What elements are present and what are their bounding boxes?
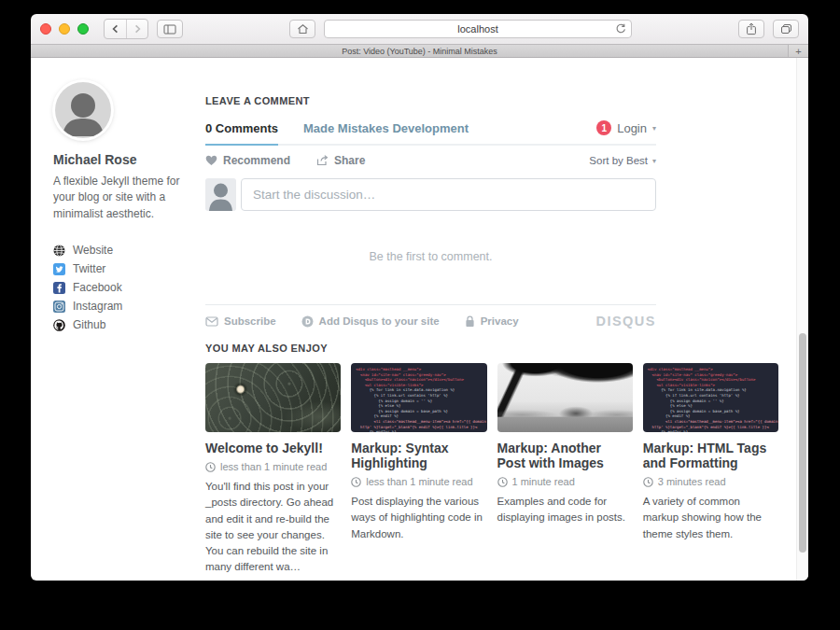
footer-item-label: Add Disqus to your site — [319, 315, 440, 327]
new-tab-button[interactable]: + — [788, 45, 808, 57]
reload-button[interactable] — [615, 23, 626, 36]
read-time-label: less than 1 minute read — [366, 476, 472, 487]
clock-icon — [497, 477, 508, 487]
share-button[interactable] — [738, 20, 764, 38]
commenter-avatar — [205, 178, 236, 211]
post-title[interactable]: Markup: Another Post with Images — [497, 441, 633, 470]
sidebar-links: WebsiteTwitterFacebookInstagramGithub — [53, 241, 195, 334]
share-icon — [746, 22, 757, 35]
page-content: Michael Rose A flexible Jekyll theme for… — [31, 58, 808, 581]
login-label: Login — [617, 121, 647, 135]
post-teaser-image-code: <div class="masthead __menu"> <nav id="s… — [643, 363, 778, 432]
related-post-card[interactable]: Markup: Another Post with Images1 minute… — [497, 363, 633, 576]
chevron-left-icon — [111, 24, 120, 34]
sidebar-item-facebook[interactable]: Facebook — [53, 278, 195, 297]
footer-item-label: Privacy — [481, 315, 519, 327]
sidebar-item-twitter[interactable]: Twitter — [53, 259, 195, 278]
clock-icon — [351, 477, 361, 487]
post-teaser-image-fog — [497, 363, 633, 432]
read-time-label: 1 minute read — [512, 476, 575, 487]
minimize-window-button[interactable] — [59, 23, 70, 35]
github-icon — [53, 319, 65, 331]
tab-bar: Post: Video (YouTube) - Minimal Mistakes… — [31, 45, 808, 58]
author-bio: A flexible Jekyll theme for your blog or… — [53, 174, 186, 222]
comments-section: LEAVE A COMMENT 0 Comments Made Mistakes… — [205, 95, 656, 329]
notification-badge: 1 — [596, 120, 611, 135]
envelope-icon — [205, 316, 218, 327]
related-post-card[interactable]: Welcome to Jekyll!less than 1 minute rea… — [205, 363, 341, 576]
globe-icon — [53, 245, 65, 257]
facebook-icon — [53, 282, 65, 294]
desktop-background: localhost Post: Video (YouTube) - Minima… — [0, 0, 840, 630]
safari-window: localhost Post: Video (YouTube) - Minima… — [31, 14, 808, 581]
divider — [205, 304, 656, 305]
post-excerpt: Examples and code for displaying images … — [497, 494, 633, 526]
post-teaser-image-moss — [205, 363, 341, 432]
reload-icon — [615, 23, 626, 35]
clock-icon — [643, 477, 653, 487]
related-post-card[interactable]: <div class="masthead __menu"> <nav id="s… — [351, 363, 486, 576]
related-post-card[interactable]: <div class="masthead __menu"> <nav id="s… — [643, 363, 778, 576]
tab-community[interactable]: Made Mistakes Development — [303, 121, 469, 144]
sidebar-item-website[interactable]: Website — [53, 241, 195, 259]
tab-comment-count[interactable]: 0 Comments — [205, 121, 278, 146]
related-cards: Welcome to Jekyll!less than 1 minute rea… — [205, 363, 778, 576]
privacy-link[interactable]: Privacy — [465, 315, 519, 328]
footer-item-label: Subscribe — [224, 315, 276, 327]
active-tab[interactable]: Post: Video (YouTube) - Minimal Mistakes — [342, 47, 497, 56]
scrollbar-thumb[interactable] — [799, 333, 806, 553]
sidebar-item-github[interactable]: Github — [53, 315, 195, 334]
twitter-icon — [53, 263, 65, 275]
traffic-lights — [40, 23, 89, 35]
address-bar[interactable]: localhost — [324, 20, 632, 38]
chevron-down-icon: ▾ — [652, 124, 656, 133]
related-heading: YOU MAY ALSO ENJOY — [205, 343, 778, 354]
show-tabs-button[interactable] — [773, 20, 799, 38]
sidebar-item-label: Github — [73, 318, 105, 331]
home-button[interactable] — [289, 20, 315, 38]
sidebar-toggle-button[interactable] — [157, 20, 183, 38]
comments-heading: LEAVE A COMMENT — [205, 95, 656, 106]
recommend-button[interactable]: Recommend — [205, 154, 290, 167]
disqus-logo[interactable]: DISQUS — [595, 314, 656, 329]
disqus-tabs: 0 Comments Made Mistakes Development 1 L… — [205, 120, 656, 146]
related-posts-section: YOU MAY ALSO ENJOY Welcome to Jekyll!les… — [205, 343, 778, 576]
close-window-button[interactable] — [40, 23, 51, 35]
comment-input[interactable] — [241, 178, 656, 211]
sidebar-item-label: Website — [73, 244, 113, 257]
sidebar-icon — [163, 24, 176, 35]
author-name: Michael Rose — [53, 152, 195, 167]
add-disqus-to-your-site-link[interactable]: Add Disqus to your site — [301, 315, 440, 328]
tabs-overview-icon — [780, 23, 792, 35]
subscribe-link[interactable]: Subscribe — [205, 315, 276, 327]
code-line: <li class="masthead__menu-item"><a href=… — [356, 419, 482, 425]
home-icon — [297, 23, 309, 35]
forward-button[interactable] — [126, 20, 147, 38]
zoom-window-button[interactable] — [77, 23, 89, 35]
chevron-right-icon — [133, 24, 142, 34]
chevron-down-icon: ▾ — [652, 157, 656, 165]
code-line: {% endfor %} — [648, 429, 774, 432]
code-line: <button><div class="navicon"></div></but… — [648, 377, 774, 383]
post-title[interactable]: Welcome to Jekyll! — [205, 441, 341, 455]
read-time-label: 3 minutes read — [658, 476, 726, 487]
post-title[interactable]: Markup: HTML Tags and Formatting — [643, 441, 778, 470]
history-nav-group — [104, 19, 148, 39]
post-excerpt: You'll find this post in your _posts dir… — [205, 479, 341, 576]
author-sidebar: Michael Rose A flexible Jekyll theme for… — [53, 82, 195, 334]
post-read-time: 1 minute read — [497, 476, 633, 487]
post-excerpt: Post displaying the various ways of high… — [351, 494, 486, 542]
heart-icon — [205, 155, 217, 166]
sort-by-best-dropdown[interactable]: Sort by Best ▾ — [589, 155, 656, 166]
post-title[interactable]: Markup: Syntax Highlighting — [351, 441, 486, 470]
share-thread-button[interactable]: Share — [316, 154, 365, 167]
lock-icon — [465, 315, 475, 328]
login-button[interactable]: 1 Login ▾ — [596, 120, 656, 144]
sidebar-item-instagram[interactable]: Instagram — [53, 297, 195, 315]
scrollbar-track[interactable] — [796, 58, 808, 581]
recommend-label: Recommend — [223, 154, 290, 167]
share-arrow-icon — [316, 155, 329, 166]
post-read-time: less than 1 minute read — [351, 476, 486, 487]
back-button[interactable] — [105, 20, 126, 38]
sidebar-item-label: Facebook — [73, 281, 122, 294]
